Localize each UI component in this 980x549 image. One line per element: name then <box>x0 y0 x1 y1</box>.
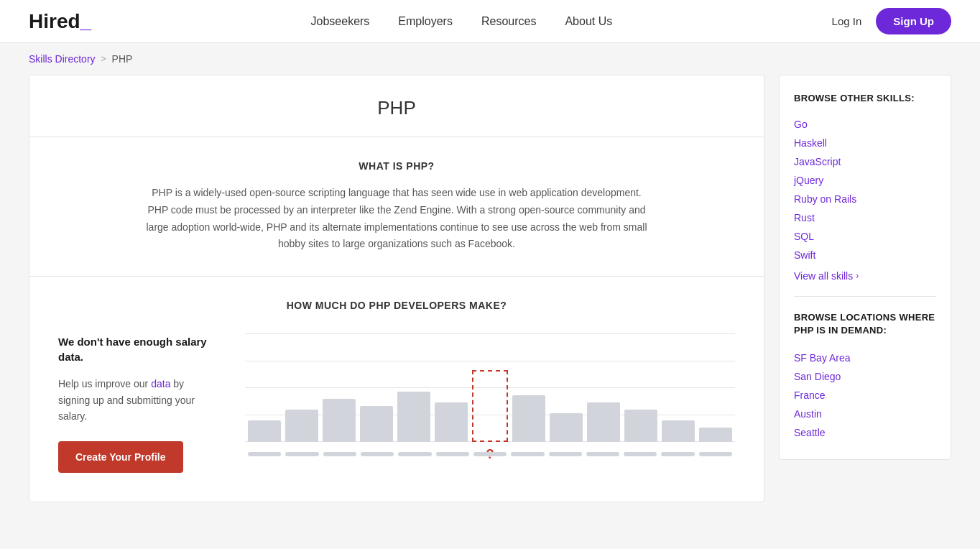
content-card: PHP WHAT IS PHP? PHP is a widely-used op… <box>29 75 764 502</box>
x-dot <box>473 452 507 456</box>
sidebar-location-seattle[interactable]: Seattle <box>794 423 936 442</box>
x-dot <box>436 452 469 456</box>
chart-bar-10 <box>624 410 657 442</box>
signup-button[interactable]: Sign Up <box>876 8 951 34</box>
salary-section: HOW MUCH DO PHP DEVELOPERS MAKE? We don'… <box>29 277 764 502</box>
chart-bar-5 <box>435 402 468 442</box>
x-dot <box>511 452 544 456</box>
logo[interactable]: Hired_ <box>29 10 91 33</box>
chart-bar-1 <box>285 410 318 442</box>
chart-bar-0 <box>248 420 281 442</box>
sidebar-skill-jquery[interactable]: jQuery <box>794 171 936 190</box>
salary-heading: HOW MUCH DO PHP DEVELOPERS MAKE? <box>58 300 735 311</box>
no-data-text: We don't have enough salary data. <box>58 334 216 364</box>
breadcrumb: Skills Directory > PHP <box>0 43 980 75</box>
salary-left: We don't have enough salary data. Help u… <box>58 334 216 473</box>
x-dot <box>398 452 431 456</box>
logo-underscore: _ <box>80 10 92 33</box>
logo-text: Hired <box>29 10 80 33</box>
page-title-section: PHP <box>29 75 764 137</box>
chart-area: ? <box>245 334 735 456</box>
chart-container: ? <box>245 334 735 456</box>
chart-bar-2 <box>323 399 356 442</box>
chart-bar-7 <box>512 395 545 442</box>
what-is-heading: WHAT IS PHP? <box>58 160 735 172</box>
browse-locations-title: BROWSE LOCATIONS WHERE PHP IS IN DEMAND: <box>794 311 936 337</box>
chevron-right-icon: › <box>856 271 859 281</box>
cta-data-link[interactable]: data <box>151 378 170 389</box>
sidebar-skill-javascript[interactable]: JavaScript <box>794 152 936 171</box>
salary-content: We don't have enough salary data. Help u… <box>58 334 735 473</box>
chart-bar-3 <box>360 406 393 442</box>
sidebar-location-sf-bay-area[interactable]: SF Bay Area <box>794 349 936 367</box>
chart-bar-4 <box>397 392 430 442</box>
chart-bar-8 <box>550 413 583 442</box>
x-dot <box>699 452 732 456</box>
x-dot <box>361 452 394 456</box>
x-dot <box>285 452 318 456</box>
breadcrumb-current-page: PHP <box>112 53 133 65</box>
breadcrumb-skills-directory[interactable]: Skills Directory <box>29 53 96 65</box>
x-axis <box>245 452 735 456</box>
breadcrumb-separator: > <box>101 54 106 64</box>
nav-jobseekers[interactable]: Jobseekers <box>311 15 370 28</box>
sidebar-skill-haskell[interactable]: Haskell <box>794 134 936 152</box>
page-title: PHP <box>44 97 749 119</box>
nav-employers[interactable]: Employers <box>398 15 453 28</box>
x-dot <box>248 452 281 456</box>
chart-bar-12 <box>699 428 732 442</box>
create-profile-button[interactable]: Create Your Profile <box>58 441 183 473</box>
what-is-text: PHP is a widely-used open-source scripti… <box>145 185 648 253</box>
sidebar-divider <box>794 296 936 297</box>
x-dot <box>661 452 694 456</box>
x-dot <box>323 452 356 456</box>
view-all-skills-link[interactable]: View all skills › <box>794 270 936 282</box>
x-dot <box>624 452 657 456</box>
x-dot <box>549 452 582 456</box>
main-nav: Jobseekers Employers Resources About Us <box>311 15 613 28</box>
main-layout: PHP WHAT IS PHP? PHP is a widely-used op… <box>0 75 980 531</box>
cta-text-prefix: Help us improve our <box>58 378 151 389</box>
x-dot <box>586 452 619 456</box>
chart-bar-9 <box>587 402 620 442</box>
sidebar-location-san-diego[interactable]: San Diego <box>794 367 936 386</box>
sidebar-location-france[interactable]: France <box>794 386 936 405</box>
sidebar-skill-ruby-on-rails[interactable]: Ruby on Rails <box>794 190 936 208</box>
salary-cta-text: Help us improve our data by signing up a… <box>58 376 216 424</box>
nav-about-us[interactable]: About Us <box>565 15 612 28</box>
header: Hired_ Jobseekers Employers Resources Ab… <box>0 0 980 43</box>
bars-row: ? <box>245 349 735 442</box>
nav-resources[interactable]: Resources <box>481 15 536 28</box>
sidebar-skill-sql[interactable]: SQL <box>794 227 936 246</box>
login-button[interactable]: Log In <box>832 15 862 27</box>
browse-skills-title: BROWSE OTHER SKILLS: <box>794 93 936 103</box>
chart-bar-6: ? <box>472 370 508 442</box>
header-actions: Log In Sign Up <box>832 8 951 34</box>
sidebar: BROWSE OTHER SKILLS: Go Haskell JavaScri… <box>779 75 951 460</box>
sidebar-skill-swift[interactable]: Swift <box>794 246 936 264</box>
chart-bar-11 <box>662 420 695 442</box>
view-all-skills-label: View all skills <box>794 270 853 282</box>
sidebar-skill-rust[interactable]: Rust <box>794 208 936 227</box>
sidebar-location-austin[interactable]: Austin <box>794 405 936 423</box>
sidebar-skill-go[interactable]: Go <box>794 115 936 134</box>
what-is-section: WHAT IS PHP? PHP is a widely-used open-s… <box>29 137 764 277</box>
